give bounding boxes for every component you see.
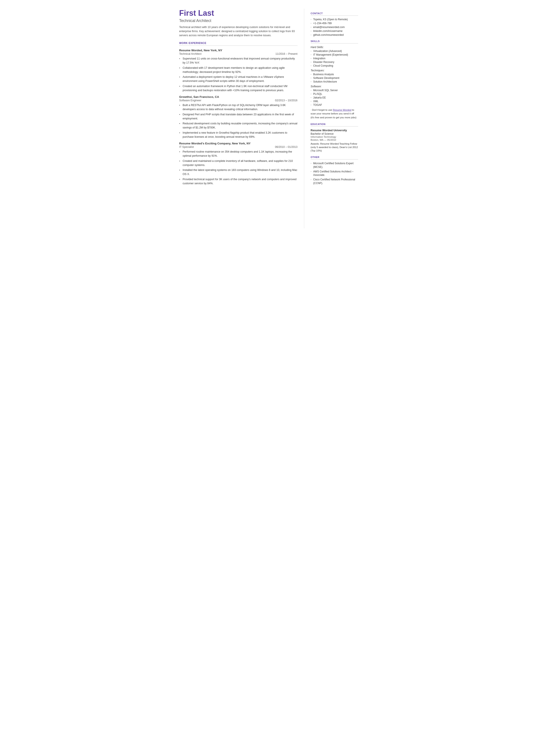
contact-linkedin: linkedin.com/in/username	[311, 30, 358, 33]
skills-section-title: SKILLS	[311, 40, 358, 43]
job-3-company: Resume Worded's Exciting Company, New Yo…	[179, 142, 251, 145]
other-aws: AWS Certified Solutions Architect – Asso…	[311, 170, 358, 177]
edu-degree: Bachelor of Science	[311, 132, 358, 135]
job-3-role: IT Specialist	[179, 146, 194, 149]
hard-skills-list: Virtualization (Advanced) IT Management …	[311, 49, 358, 67]
job-1-role: Technical Architect	[179, 52, 202, 55]
job-1: Resume Worded, New York, NY Technical Ar…	[179, 49, 297, 92]
edu-awards: Awards: Resume Worded Teaching Fellow (o…	[311, 142, 358, 153]
other-ccnp: Cisco Certified Network Professional (CC…	[311, 178, 358, 185]
techniques-label: Techniques:	[311, 69, 358, 72]
skill-integration: Integration	[311, 57, 358, 60]
candidate-name: First Last	[179, 9, 297, 18]
skill-sql-server: Microsoft SQL Server	[311, 89, 358, 92]
job-1-bullet-4: Created an automation framework in Pytho…	[179, 84, 297, 93]
job-2-company: Growthsi, San Francisco, CA	[179, 95, 219, 98]
job-2-bullet-2: Designed Perl and PHP scripts that trans…	[179, 113, 297, 121]
job-3-bullet-4: Provided technical support for 3K users …	[179, 177, 297, 185]
techniques-list: Business Analysis Software Development S…	[311, 73, 358, 83]
job-3-dates: 06/2010 – 01/2013	[275, 146, 297, 149]
job-2-role: Software Engineer	[179, 99, 202, 102]
job-2-bullet-3: Reduced development costs by building re…	[179, 122, 297, 130]
job-1-bullet-2: Collaborated with 17 development team me…	[179, 66, 297, 74]
education-section-title: EDUCATION	[311, 123, 358, 126]
candidate-summary: Technical architect with 10 years of exp…	[179, 25, 297, 37]
skill-xml: XML	[311, 100, 358, 103]
contact-phone: +1-234-456-789	[311, 22, 358, 25]
job-2-header: Growthsi, San Francisco, CA	[179, 95, 297, 98]
other-list: Microsoft Certified Solutions Expert (MC…	[311, 162, 358, 185]
left-column: First Last Technical Architect Technical…	[171, 9, 304, 228]
hard-skills-label: Hard Skills:	[311, 46, 358, 49]
job-1-role-row: Technical Architect 11/2016 – Present	[179, 52, 297, 55]
job-3-bullet-2: Created and maintained a complete invent…	[179, 159, 297, 167]
job-1-bullet-1: Supervised 11 units on cross-functional …	[179, 57, 297, 65]
job-2-role-row: Software Engineer 02/2013 – 10/2016	[179, 99, 297, 102]
contact-section-title: CONTACT	[311, 12, 358, 16]
job-3-bullet-3: Installed the latest operating systems o…	[179, 168, 297, 176]
job-2-bullet-1: Built a RESTful API with Flask/Python on…	[179, 103, 297, 111]
edu-field: Information Technology	[311, 136, 358, 138]
skill-disaster-recovery: Disaster Recovery	[311, 61, 358, 64]
contact-location: Topeka, KS (Open to Remote)	[311, 18, 358, 21]
job-3-role-row: IT Specialist 06/2010 – 01/2013	[179, 146, 297, 149]
job-3-bullet-1: Performed routine maintenance on 354 des…	[179, 150, 297, 158]
skill-solution-architecture: Solution Architecture	[311, 80, 358, 83]
edu-school: Resume Worded University	[311, 129, 358, 132]
job-1-bullet-3: Automated a deployment system to deploy …	[179, 75, 297, 83]
skill-virtualization: Virtualization (Advanced)	[311, 49, 358, 53]
contact-github: github.com/resumeworded	[311, 33, 358, 37]
resume-worded-link[interactable]: Resume Worded	[333, 109, 352, 111]
candidate-title: Technical Architect	[179, 18, 297, 23]
promo-text: · Don't forget to use Resume Worded to s…	[311, 108, 358, 119]
job-3-header: Resume Worded's Exciting Company, New Yo…	[179, 142, 297, 145]
contact-email: email@resumeworded.com	[311, 26, 358, 29]
job-1-dates: 11/2016 – Present	[275, 52, 297, 55]
skill-jakarta: Jakarta EE	[311, 96, 358, 99]
work-experience-section-title: WORK EXPERIENCE	[179, 42, 297, 46]
job-2: Growthsi, San Francisco, CA Software Eng…	[179, 95, 297, 139]
job-2-bullet-4: Implemented a new feature in Growthsi fl…	[179, 131, 297, 139]
job-1-bullets: Supervised 11 units on cross-functional …	[179, 57, 297, 92]
other-mcse: Microsoft Certified Solutions Expert (MC…	[311, 162, 358, 169]
job-1-header: Resume Worded, New York, NY	[179, 49, 297, 52]
job-3-bullets: Performed routine maintenance on 354 des…	[179, 150, 297, 185]
resume-page: First Last Technical Architect Technical…	[171, 0, 365, 237]
skill-togaf: TOGAF	[311, 103, 358, 106]
job-1-company: Resume Worded, New York, NY	[179, 49, 222, 52]
job-3: Resume Worded's Exciting Company, New Yo…	[179, 142, 297, 185]
skill-software-development: Software Development	[311, 76, 358, 79]
skill-plsql: PL/SQL	[311, 93, 358, 96]
skill-it-management: IT Management (Experienced)	[311, 53, 358, 56]
skill-business-analysis: Business Analysis	[311, 73, 358, 76]
right-column: CONTACT Topeka, KS (Open to Remote) +1-2…	[304, 9, 365, 228]
contact-list: Topeka, KS (Open to Remote) +1-234-456-7…	[311, 18, 358, 37]
software-label: Software:	[311, 85, 358, 88]
other-section-title: OTHER	[311, 156, 358, 159]
job-2-bullets: Built a RESTful API with Flask/Python on…	[179, 103, 297, 139]
edu-location-date: Boston, MA — 05/2010	[311, 139, 358, 141]
software-list: Microsoft SQL Server PL/SQL Jakarta EE X…	[311, 89, 358, 106]
skill-cloud-computing: Cloud Computing	[311, 64, 358, 67]
job-2-dates: 02/2013 – 10/2016	[275, 99, 297, 102]
